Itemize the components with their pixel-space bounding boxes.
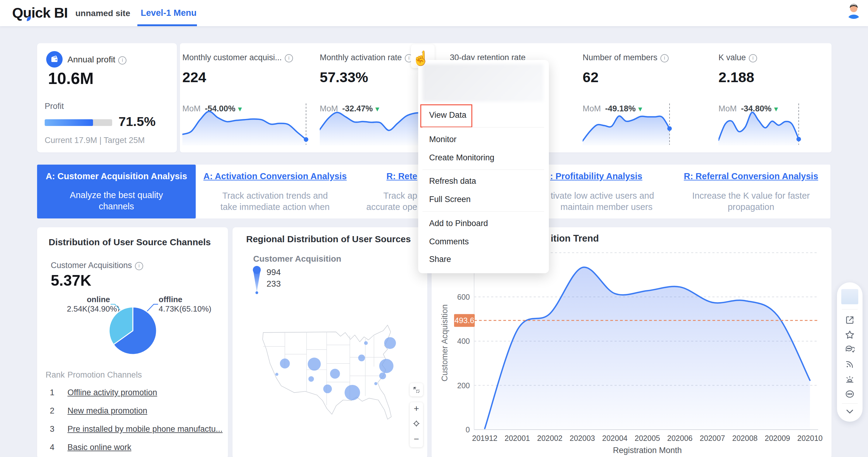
map-bubble[interactable] (308, 358, 321, 371)
annual-profit-value: 10.6M (48, 69, 94, 88)
menu-item-view-data[interactable]: View Data (429, 110, 467, 120)
tab-customer-acquisition-analysis[interactable]: A: Customer Acquisition Analysis Analyze… (37, 165, 196, 219)
map-bubble[interactable] (379, 372, 386, 379)
progress-footer: Current 17.9M | Target 25M (45, 136, 145, 145)
tab-desc-fragment: Track ap (354, 191, 417, 201)
map-bubble[interactable] (374, 382, 377, 385)
y-axis-labels: 0200400600 (457, 293, 470, 434)
svg-text:202002: 202002 (537, 434, 562, 442)
svg-text:202001: 202001 (504, 434, 530, 442)
regional-distribution-card: Regional Distribution of User Sources Cu… (232, 227, 427, 457)
tab-desc-line: take immediate action when (196, 202, 354, 212)
page-thumbnail[interactable] (841, 289, 858, 304)
menu-item-share[interactable]: Share (429, 255, 451, 264)
tab-desc-line: Track activation trends and (196, 191, 354, 201)
tab-title: A: Customer Acquisition Analysis (37, 171, 196, 181)
tab-profitability-analysis[interactable]: : Profitability Analysis tivate low acti… (550, 165, 672, 219)
map-bubble[interactable] (280, 359, 290, 368)
menu-item-refresh-data[interactable]: Refresh data (429, 176, 476, 186)
map-box-zoom-button[interactable] (410, 383, 423, 396)
avatar[interactable] (845, 1, 863, 19)
info-icon[interactable]: i (285, 54, 293, 62)
tab-referral-conversion-analysis[interactable]: R: Referral Conversion Analysis Increase… (672, 165, 830, 219)
map-bubble[interactable] (345, 385, 360, 400)
quickbi-logo[interactable]: Quick BI (12, 4, 68, 21)
sparkline-chart (718, 101, 801, 147)
svg-text:202006: 202006 (667, 434, 692, 442)
pie-chart[interactable] (92, 294, 177, 364)
progress-percent: 71.5% (119, 114, 156, 129)
info-icon[interactable]: i (135, 262, 143, 270)
svg-text:202009: 202009 (765, 434, 790, 442)
favorite-star-icon[interactable] (845, 330, 855, 340)
map-recenter-button[interactable] (413, 420, 420, 428)
rank-number: 3 (50, 424, 54, 434)
svg-text:400: 400 (457, 337, 470, 345)
tab-desc-fragment: accurate ope (354, 202, 417, 212)
rank-channel-link[interactable]: Offline activity promotion (67, 388, 157, 397)
menu-divider (423, 127, 544, 127)
svg-text:600: 600 (457, 293, 470, 301)
kpi-value: 62 (583, 69, 598, 85)
map-bubble[interactable] (364, 341, 368, 345)
tab-desc-fragment: maintain member users (560, 202, 653, 212)
map-zoom-controls: + − (410, 402, 423, 447)
menu-item-create-monitoring[interactable]: Create Monitoring (429, 153, 494, 163)
us-bubble-map[interactable] (245, 316, 418, 423)
x-axis-title: Registration Month (613, 446, 682, 455)
info-icon[interactable]: i (749, 54, 757, 62)
comments-icon[interactable] (845, 344, 855, 354)
menu-divider (423, 169, 544, 170)
map-zoom-out-button[interactable]: − (410, 434, 423, 444)
tab-activation-conversion-analysis[interactable]: A: Activation Conversion Analysis Track … (196, 165, 354, 219)
kpi-value: 57.33% (320, 69, 368, 85)
blurred-menu-item (423, 64, 544, 102)
rank-channel-link[interactable]: New media promotion (67, 406, 147, 416)
menu-item-monitor[interactable]: Monitor (429, 135, 457, 144)
profit-progress-fill (45, 119, 93, 126)
menu-item-comments[interactable]: Comments (429, 237, 469, 247)
map-bubble[interactable] (379, 359, 394, 373)
svg-text:202008: 202008 (732, 434, 757, 442)
map-bubble[interactable] (330, 369, 340, 379)
tab-desc-line: Increase the K value for faster (672, 191, 830, 201)
svg-text:202005: 202005 (634, 434, 660, 442)
tab-title: R: Referral Conversion Analysis (672, 171, 830, 181)
more-options-icon[interactable] (845, 389, 855, 399)
floating-toolbar (837, 282, 863, 422)
menu-item-full-screen[interactable]: Full Screen (429, 195, 471, 204)
kpi-monthly-customer-acquisition: Monthly customer acquisi...i 224 MoM-54.… (181, 43, 312, 152)
map-bubble[interactable] (384, 337, 396, 349)
rank-channel-link[interactable]: Basic online work (67, 443, 131, 452)
card-title: Distribution of User Source Channels (49, 237, 211, 247)
kpi-k-value: K valuei 2.188 MoM-34.80%▼ (717, 43, 832, 152)
map-zoom-in-button[interactable]: + (410, 404, 423, 413)
subscribe-broadcast-icon[interactable] (845, 359, 855, 369)
collapse-chevron-icon[interactable] (845, 406, 855, 416)
rank-channel-link[interactable]: Pre installed by mobile phone manufactu.… (67, 424, 222, 434)
alert-siren-icon[interactable] (845, 375, 855, 384)
map-bubble[interactable] (308, 376, 314, 381)
toolbar-divider (842, 403, 858, 404)
menu-divider (423, 211, 544, 212)
rank-number: 2 (50, 406, 54, 416)
kpi-title: K valuei (718, 53, 757, 62)
export-icon[interactable] (845, 315, 855, 325)
menu-item-add-to-pinboard[interactable]: Add to Pinboard (429, 219, 488, 228)
box-zoom-icon (413, 386, 420, 393)
svg-text:0: 0 (466, 425, 470, 434)
tab-retention-analysis[interactable]: R: Rete Track ap accurate ope (354, 165, 417, 219)
map-bubble[interactable] (275, 373, 278, 376)
chart-context-menu: View Data Monitor Create Monitoring Refr… (418, 60, 549, 273)
tab-title: A: Activation Conversion Analysis (196, 171, 354, 181)
kpi-value: 2.188 (718, 69, 754, 85)
nav-level1-menu[interactable]: Level-1 Menu (141, 8, 197, 18)
map-bubble[interactable] (323, 384, 332, 393)
svg-text:200: 200 (457, 381, 470, 390)
map-bubble[interactable] (358, 354, 365, 361)
legend-min-value: 233 (267, 279, 281, 289)
tab-desc-line: channels (37, 201, 196, 211)
tab-desc-line: propagation (672, 202, 830, 212)
info-icon[interactable]: i (118, 56, 126, 64)
info-icon[interactable]: i (660, 54, 669, 62)
